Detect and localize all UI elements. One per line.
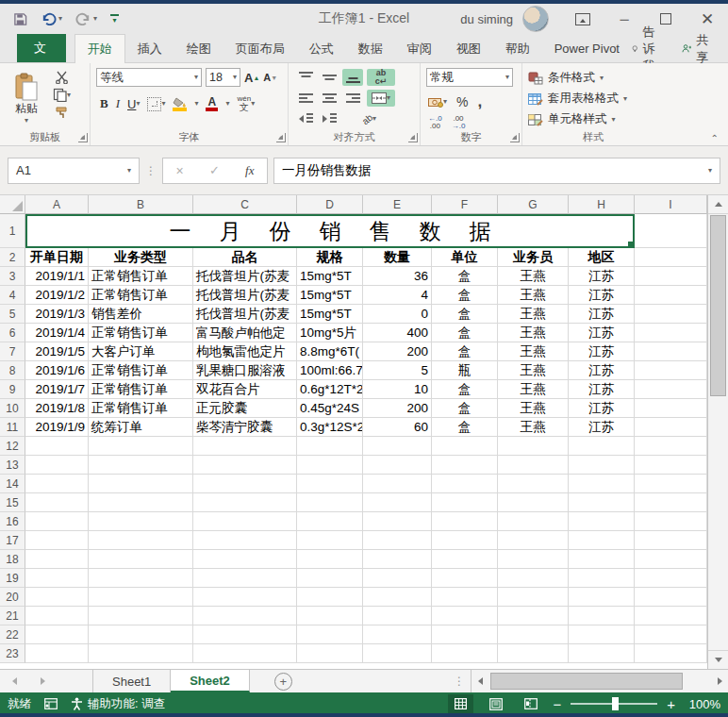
row-header-21[interactable]: 21: [0, 607, 25, 625]
format-painter-button[interactable]: [53, 106, 71, 119]
zoom-level[interactable]: 100%: [685, 697, 720, 711]
cell[interactable]: [193, 625, 297, 644]
column-header-A[interactable]: A: [25, 195, 89, 214]
cell[interactable]: [25, 588, 89, 607]
cell[interactable]: [25, 456, 89, 475]
cell[interactable]: 大客户订单: [89, 342, 193, 361]
cell[interactable]: [635, 569, 707, 588]
cell[interactable]: [432, 607, 498, 625]
cell[interactable]: 单位: [432, 248, 498, 267]
cell[interactable]: 2019/1/8: [25, 399, 89, 418]
row-header-8[interactable]: 8: [0, 361, 25, 380]
cell[interactable]: [89, 644, 193, 663]
cell[interactable]: 江苏: [569, 361, 635, 380]
cell[interactable]: 2019/1/4: [25, 324, 89, 342]
cell[interactable]: 100ml:66.7: [297, 361, 363, 380]
close-button[interactable]: ✕: [687, 4, 728, 34]
cell[interactable]: 盒: [432, 267, 498, 286]
style-item-dropdown[interactable]: ▾: [623, 95, 627, 103]
cell[interactable]: [635, 644, 707, 663]
cell[interactable]: 正常销售订单: [89, 361, 193, 380]
cell[interactable]: 15mg*5T: [297, 305, 363, 324]
cell[interactable]: [297, 550, 363, 569]
cell[interactable]: [193, 607, 297, 625]
cell[interactable]: [363, 588, 432, 607]
paste-dropdown[interactable]: ▾: [25, 117, 28, 125]
cell[interactable]: [25, 550, 89, 569]
font-name-select[interactable]: 等线▾: [96, 68, 202, 87]
tab-公式[interactable]: 公式: [297, 35, 346, 62]
cell[interactable]: 2019/1/7: [25, 380, 89, 399]
normal-view-button[interactable]: [448, 694, 473, 713]
font-size-select[interactable]: 18▾: [206, 68, 240, 87]
cell[interactable]: 开单日期: [25, 248, 89, 267]
cell[interactable]: [432, 512, 498, 531]
column-header-C[interactable]: C: [193, 195, 297, 214]
tab-Power Pivot[interactable]: Power Pivot: [542, 35, 632, 62]
style-item-dropdown[interactable]: ▾: [600, 75, 604, 82]
row-header-19[interactable]: 19: [0, 569, 25, 588]
underline-button[interactable]: U▾: [127, 97, 140, 111]
cell[interactable]: [363, 437, 432, 456]
cell[interactable]: [297, 625, 363, 644]
cell[interactable]: 10mg*5片: [297, 324, 363, 342]
share-button[interactable]: 共享: [682, 32, 713, 66]
cell[interactable]: [363, 607, 432, 625]
cell[interactable]: [432, 493, 498, 512]
redo-dropdown[interactable]: ▾: [93, 15, 97, 23]
cell[interactable]: 业务员: [498, 248, 569, 267]
cell[interactable]: [297, 475, 363, 493]
cell[interactable]: [569, 644, 635, 663]
row-header-11[interactable]: 11: [0, 418, 25, 437]
comma-style-button[interactable]: ,: [477, 92, 482, 111]
column-header-B[interactable]: B: [89, 195, 193, 214]
cell[interactable]: 2019/1/9: [25, 418, 89, 437]
cell[interactable]: 2019/1/3: [25, 305, 89, 324]
cell[interactable]: 品名: [193, 248, 297, 267]
cell[interactable]: [25, 625, 89, 644]
cell[interactable]: [432, 625, 498, 644]
cell[interactable]: [193, 512, 297, 531]
align-right-button[interactable]: [346, 92, 360, 104]
cell[interactable]: [25, 569, 89, 588]
tab-绘图[interactable]: 绘图: [174, 35, 223, 62]
cell[interactable]: 200: [363, 342, 432, 361]
cell[interactable]: [25, 644, 89, 663]
increase-decimal-button[interactable]: ←.0.00: [428, 115, 442, 131]
decrease-indent-button[interactable]: [299, 113, 313, 125]
cell[interactable]: [89, 456, 193, 475]
row-header-5[interactable]: 5: [0, 305, 25, 324]
column-header-D[interactable]: D: [297, 195, 363, 214]
bold-button[interactable]: B: [100, 96, 108, 111]
cell[interactable]: 王燕: [498, 399, 569, 418]
clipboard-dialog-launcher[interactable]: [78, 133, 88, 142]
cell[interactable]: [635, 475, 707, 493]
name-box-dropdown[interactable]: ▾: [127, 167, 131, 175]
cell[interactable]: 8.8mg*6T(: [297, 342, 363, 361]
row-header-18[interactable]: 18: [0, 550, 25, 569]
cell[interactable]: [432, 569, 498, 588]
cell[interactable]: 王燕: [498, 342, 569, 361]
cell[interactable]: [498, 493, 569, 512]
cell[interactable]: 江苏: [569, 324, 635, 342]
cell[interactable]: 王燕: [498, 380, 569, 399]
cell[interactable]: [635, 399, 707, 418]
cell[interactable]: [635, 607, 707, 625]
cell[interactable]: [432, 475, 498, 493]
cell[interactable]: 王燕: [498, 286, 569, 305]
align-middle-button[interactable]: [323, 72, 337, 83]
new-sheet-button[interactable]: +: [274, 673, 292, 691]
page-layout-view-button[interactable]: [483, 694, 508, 713]
copy-dropdown[interactable]: ▾: [67, 92, 71, 99]
cell[interactable]: [635, 418, 707, 437]
cell[interactable]: [193, 493, 297, 512]
column-header-I[interactable]: I: [635, 195, 707, 214]
save-button[interactable]: [13, 12, 27, 26]
row-header-17[interactable]: 17: [0, 531, 25, 550]
cell[interactable]: [569, 531, 635, 550]
row-header-16[interactable]: 16: [0, 512, 25, 531]
cell[interactable]: 数量: [363, 248, 432, 267]
zoom-in-button[interactable]: +: [667, 697, 675, 711]
cell[interactable]: [297, 437, 363, 456]
cell[interactable]: 正元胶囊: [193, 399, 297, 418]
